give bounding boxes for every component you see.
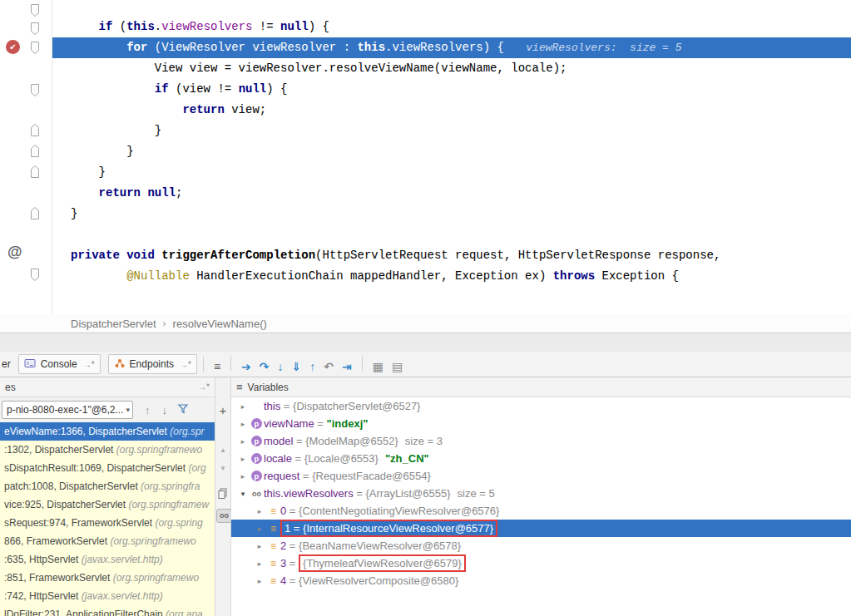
thread-dropdown[interactable]: p-nio-8080-exec-1"@6,2... ▾ [2, 401, 133, 419]
variable-row[interactable]: ▸prequest = {RequestFacade@6554} [231, 467, 851, 485]
stack-frame-row[interactable]: lDoFilter:231, ApplicationFilterChain (o… [0, 605, 215, 616]
chevron-down-icon[interactable]: ▾ [236, 490, 250, 498]
variable-row[interactable]: ▸≡2 = {BeanNameViewResolver@6578} [231, 537, 851, 554]
code-token: null [280, 20, 309, 33]
variable-row[interactable]: ▸≡1 = {InternalResourceViewResolver@6577… [231, 520, 851, 537]
variable-value: {DispatcherServlet@6527} [293, 400, 420, 412]
frame-down-icon[interactable]: ↓ [162, 404, 168, 416]
variable-value: {Locale@6553} [304, 452, 378, 465]
layout-settings-icon[interactable]: ≡ [236, 381, 243, 393]
chevron-right-icon[interactable]: ▸ [236, 472, 250, 480]
chevron-right-icon[interactable]: ▸ [236, 402, 250, 411]
variable-row[interactable]: ▾oothis.viewResolvers = {ArrayList@6555}… [231, 485, 851, 502]
stack-frame-row[interactable]: :635, HttpServlet (javax.servlet.http) [0, 550, 215, 569]
drop-frame-icon[interactable]: ↶ [324, 360, 334, 373]
variable-row[interactable]: ▸pmodel = {ModelMap@6552}size = 3 [231, 432, 851, 450]
move-watch-up-icon[interactable]: ▲ [215, 447, 230, 454]
frame-package: (org.springframew [128, 499, 209, 510]
chevron-right-icon[interactable]: ▸ [253, 559, 266, 568]
code-line: for (ViewResolver viewResolver : this.vi… [126, 37, 681, 58]
move-watch-down-icon[interactable]: ▼ [215, 466, 230, 472]
code-token: ( [112, 20, 126, 33]
chevron-right-icon[interactable]: ▸ [236, 420, 250, 428]
tab-endpoints[interactable]: Endpoints →* [108, 354, 197, 374]
variable-value: {InternalResourceViewResolver@6577} [303, 522, 493, 535]
equals-sign: = [286, 540, 299, 552]
stack-frame-row[interactable]: vice:925, DispatcherServlet (org.springf… [0, 495, 215, 514]
stack-frame-row[interactable]: 866, FrameworkServlet (org.springframewo [0, 532, 215, 550]
parameter-icon-glyph: p [251, 471, 262, 481]
show-watches-glasses-icon[interactable]: oo [216, 509, 232, 523]
chevron-right-icon[interactable]: ▸ [253, 507, 266, 515]
stack-frame-row[interactable]: patch:1008, DispatcherServlet (org.sprin… [0, 477, 215, 495]
tab-console[interactable]: Console →* [18, 354, 101, 374]
variable-row[interactable]: ▸≡4 = {ViewResolverComposite@6580} [231, 572, 851, 589]
verified-breakpoint-icon[interactable]: ✔ [6, 40, 20, 54]
columns-view-icon[interactable]: ▤ [392, 360, 403, 373]
frame-up-icon[interactable]: ↑ [145, 404, 151, 416]
tab-options-icon[interactable]: →* [180, 360, 191, 369]
frame-location: 866, FrameworkServlet [4, 535, 110, 547]
tab-console-label: Console [41, 358, 77, 370]
parameter-icon-glyph: p [251, 453, 262, 464]
stack-frame-row[interactable]: :1302, DispatcherServlet (org.springfram… [0, 441, 215, 459]
tab-options-icon[interactable]: →* [83, 360, 95, 369]
variable-row[interactable]: ▸pviewName = "indexj" [231, 415, 851, 432]
code-line: View view = viewResolver.resolveViewName… [155, 58, 567, 79]
step-into-icon[interactable]: ↓ [278, 360, 284, 373]
copy-icon[interactable] [215, 487, 230, 502]
variable-value: "indexj" [327, 417, 369, 430]
equals-sign: = [286, 557, 299, 569]
stack-frame-row[interactable]: :742, HttpServlet (javax.servlet.http) [0, 587, 215, 605]
code-token: } [155, 124, 161, 137]
run-to-cursor-icon[interactable]: ⇥ [342, 360, 352, 373]
chevron-right-icon[interactable]: ▸ [253, 525, 266, 533]
panel-options-icon[interactable]: →* [198, 382, 210, 392]
variable-extra: size = 3 [405, 435, 443, 447]
chevron-right-icon[interactable]: ▸ [236, 437, 250, 446]
restore-layout-icon[interactable]: ≡ [214, 360, 220, 373]
chevron-right-icon[interactable]: ▸ [253, 577, 266, 585]
stack-frame-row[interactable]: :851, FrameworkServlet (org.springframew… [0, 569, 215, 587]
code-token [120, 249, 126, 262]
code-token: null [147, 186, 176, 200]
variable-name: viewName [264, 417, 314, 430]
code-token: viewResolvers [392, 41, 482, 54]
breadcrumb-separator-icon: › [163, 318, 166, 329]
stack-frame-row[interactable]: eViewName:1366, DispatcherServlet (org.s… [0, 422, 215, 441]
variable-name: 4 [280, 574, 286, 587]
watch-icon: oo [250, 490, 264, 498]
stack-frame-row[interactable]: sDispatchResult:1069, DispatcherServlet … [0, 459, 215, 477]
code-line: } [126, 141, 133, 162]
frame-location: :742, HttpServlet [4, 590, 82, 602]
variable-row[interactable]: ▸≡0 = {ContentNegotiatingViewResolver@65… [231, 502, 851, 520]
console-icon [24, 357, 37, 372]
array-element-icon-glyph: ≡ [270, 559, 276, 569]
breadcrumb-method[interactable]: resolveViewName() [173, 318, 267, 330]
variable-row[interactable]: ▸plocale = {Locale@6553}"zh_CN" [231, 450, 851, 467]
code-token: this [357, 41, 385, 54]
code-token: this [126, 20, 155, 33]
variable-row[interactable]: ▸≡3 = {ThymeleafViewResolver@6579} [231, 554, 851, 572]
filter-icon[interactable] [177, 403, 189, 417]
variable-row[interactable]: ▸this = {DispatcherServlet@6527} [231, 397, 851, 415]
breadcrumb-class[interactable]: DispatcherServlet [71, 318, 156, 330]
array-element-icon-glyph: ≡ [270, 576, 276, 586]
stack-frame-row[interactable]: sRequest:974, FrameworkServlet (org.spri… [0, 514, 215, 532]
show-execution-point-icon[interactable]: ➔ [241, 360, 251, 373]
chevron-right-icon[interactable]: ▸ [253, 542, 266, 550]
add-watch-icon[interactable]: + [215, 404, 230, 416]
variable-value: {RequestFacade@6554} [312, 470, 431, 482]
force-step-into-icon[interactable]: ⇓ [292, 360, 302, 373]
code-token: ) { [309, 20, 329, 33]
variable-extra: size = 5 [458, 487, 495, 500]
variable-name: request [264, 470, 299, 482]
table-view-icon[interactable]: ▦ [373, 360, 383, 373]
step-out-icon[interactable]: ↑ [309, 360, 315, 373]
bookmark-icon [29, 165, 41, 182]
toolbar-separator [230, 356, 231, 371]
tab-debugger-partial[interactable]: er [2, 358, 11, 370]
chevron-right-icon[interactable]: ▸ [236, 455, 250, 463]
inline-debug-hint: viewResolvers: size = 5 [526, 42, 681, 54]
step-over-icon[interactable]: ↷ [260, 360, 270, 373]
